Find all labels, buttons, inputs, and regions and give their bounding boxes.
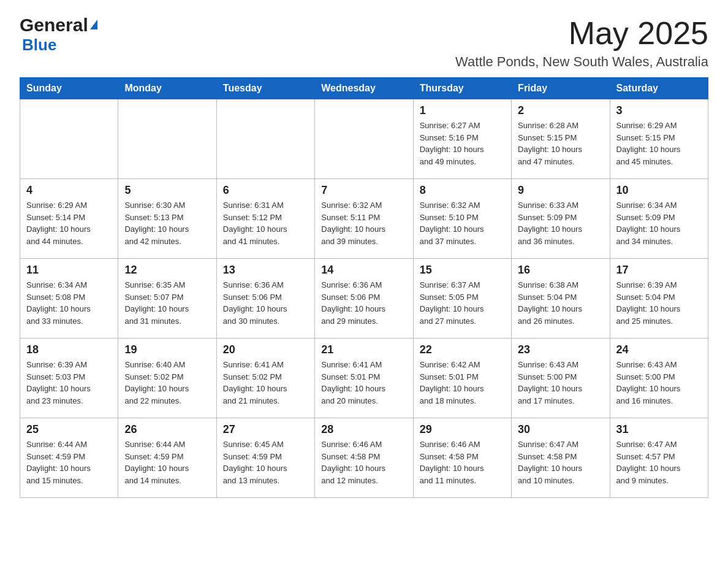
day-number: 9	[518, 184, 603, 197]
day-number: 4	[26, 184, 112, 197]
calendar-table: SundayMondayTuesdayWednesdayThursdayFrid…	[20, 77, 708, 498]
day-number: 27	[223, 423, 308, 436]
calendar-cell: 11Sunrise: 6:34 AM Sunset: 5:08 PM Dayli…	[20, 259, 118, 339]
calendar-week-row: 4Sunrise: 6:29 AM Sunset: 5:14 PM Daylig…	[20, 179, 708, 259]
calendar-cell: 25Sunrise: 6:44 AM Sunset: 4:59 PM Dayli…	[20, 418, 118, 498]
day-number: 26	[124, 423, 210, 436]
calendar-cell: 3Sunrise: 6:29 AM Sunset: 5:15 PM Daylig…	[610, 99, 708, 179]
calendar-week-row: 1Sunrise: 6:27 AM Sunset: 5:16 PM Daylig…	[20, 99, 708, 179]
calendar-cell: 7Sunrise: 6:32 AM Sunset: 5:11 PM Daylig…	[315, 179, 413, 259]
calendar-cell: 9Sunrise: 6:33 AM Sunset: 5:09 PM Daylig…	[512, 179, 610, 259]
day-number: 22	[420, 343, 505, 356]
calendar-header-saturday: Saturday	[610, 78, 708, 99]
day-info: Sunrise: 6:47 AM Sunset: 4:58 PM Dayligh…	[518, 439, 603, 486]
day-info: Sunrise: 6:27 AM Sunset: 5:16 PM Dayligh…	[420, 120, 505, 167]
day-info: Sunrise: 6:36 AM Sunset: 5:06 PM Dayligh…	[321, 279, 406, 327]
calendar-header-wednesday: Wednesday	[315, 78, 413, 99]
logo-general-text: General	[20, 15, 88, 36]
day-info: Sunrise: 6:44 AM Sunset: 4:59 PM Dayligh…	[124, 439, 210, 486]
day-info: Sunrise: 6:39 AM Sunset: 5:04 PM Dayligh…	[616, 279, 702, 327]
day-number: 31	[616, 423, 702, 436]
calendar-cell	[20, 99, 118, 179]
calendar-header-row: SundayMondayTuesdayWednesdayThursdayFrid…	[20, 78, 708, 99]
calendar-cell: 5Sunrise: 6:30 AM Sunset: 5:13 PM Daylig…	[118, 179, 216, 259]
location-subtitle: Wattle Ponds, New South Wales, Australia	[455, 54, 708, 70]
day-number: 6	[223, 184, 308, 197]
day-info: Sunrise: 6:32 AM Sunset: 5:10 PM Dayligh…	[420, 199, 505, 247]
day-info: Sunrise: 6:41 AM Sunset: 5:02 PM Dayligh…	[223, 359, 308, 407]
calendar-week-row: 25Sunrise: 6:44 AM Sunset: 4:59 PM Dayli…	[20, 418, 708, 498]
day-number: 2	[518, 104, 603, 117]
calendar-cell: 28Sunrise: 6:46 AM Sunset: 4:58 PM Dayli…	[315, 418, 413, 498]
calendar-cell: 12Sunrise: 6:35 AM Sunset: 5:07 PM Dayli…	[118, 259, 216, 339]
calendar-cell	[315, 99, 413, 179]
logo-blue-text: Blue	[22, 36, 56, 54]
day-info: Sunrise: 6:31 AM Sunset: 5:12 PM Dayligh…	[223, 199, 308, 247]
calendar-cell: 16Sunrise: 6:38 AM Sunset: 5:04 PM Dayli…	[512, 259, 610, 339]
calendar-header-tuesday: Tuesday	[216, 78, 314, 99]
calendar-cell: 6Sunrise: 6:31 AM Sunset: 5:12 PM Daylig…	[216, 179, 314, 259]
calendar-cell: 17Sunrise: 6:39 AM Sunset: 5:04 PM Dayli…	[610, 259, 708, 339]
day-number: 17	[616, 264, 702, 277]
calendar-cell: 18Sunrise: 6:39 AM Sunset: 5:03 PM Dayli…	[20, 339, 118, 418]
header: General Blue May 2025 Wattle Ponds, New …	[20, 15, 708, 70]
day-number: 16	[518, 264, 603, 277]
calendar-cell: 27Sunrise: 6:45 AM Sunset: 4:59 PM Dayli…	[216, 418, 314, 498]
day-number: 3	[616, 104, 702, 117]
day-number: 28	[321, 423, 406, 436]
logo-triangle-icon	[90, 20, 97, 29]
day-info: Sunrise: 6:34 AM Sunset: 5:09 PM Dayligh…	[616, 199, 702, 247]
day-number: 30	[518, 423, 603, 436]
day-info: Sunrise: 6:43 AM Sunset: 5:00 PM Dayligh…	[518, 359, 603, 407]
day-info: Sunrise: 6:42 AM Sunset: 5:01 PM Dayligh…	[420, 359, 505, 407]
day-info: Sunrise: 6:46 AM Sunset: 4:58 PM Dayligh…	[321, 439, 406, 486]
calendar-header-monday: Monday	[118, 78, 216, 99]
calendar-cell: 31Sunrise: 6:47 AM Sunset: 4:57 PM Dayli…	[610, 418, 708, 498]
day-number: 5	[124, 184, 210, 197]
logo: General Blue	[20, 15, 97, 55]
calendar-cell: 4Sunrise: 6:29 AM Sunset: 5:14 PM Daylig…	[20, 179, 118, 259]
calendar-cell: 19Sunrise: 6:40 AM Sunset: 5:02 PM Dayli…	[118, 339, 216, 418]
day-info: Sunrise: 6:36 AM Sunset: 5:06 PM Dayligh…	[223, 279, 308, 327]
day-number: 19	[124, 343, 210, 356]
day-number: 14	[321, 264, 406, 277]
day-info: Sunrise: 6:33 AM Sunset: 5:09 PM Dayligh…	[518, 199, 603, 247]
calendar-week-row: 18Sunrise: 6:39 AM Sunset: 5:03 PM Dayli…	[20, 339, 708, 418]
day-info: Sunrise: 6:34 AM Sunset: 5:08 PM Dayligh…	[26, 279, 112, 327]
day-info: Sunrise: 6:47 AM Sunset: 4:57 PM Dayligh…	[616, 439, 702, 486]
day-info: Sunrise: 6:29 AM Sunset: 5:14 PM Dayligh…	[26, 199, 112, 247]
day-info: Sunrise: 6:45 AM Sunset: 4:59 PM Dayligh…	[223, 439, 308, 486]
calendar-cell: 1Sunrise: 6:27 AM Sunset: 5:16 PM Daylig…	[413, 99, 511, 179]
day-info: Sunrise: 6:35 AM Sunset: 5:07 PM Dayligh…	[124, 279, 210, 327]
calendar-cell: 15Sunrise: 6:37 AM Sunset: 5:05 PM Dayli…	[413, 259, 511, 339]
calendar-cell: 20Sunrise: 6:41 AM Sunset: 5:02 PM Dayli…	[216, 339, 314, 418]
day-number: 11	[26, 264, 112, 277]
day-info: Sunrise: 6:43 AM Sunset: 5:00 PM Dayligh…	[616, 359, 702, 407]
day-info: Sunrise: 6:28 AM Sunset: 5:15 PM Dayligh…	[518, 120, 603, 167]
logo-general-row: General	[20, 15, 97, 36]
calendar-cell: 21Sunrise: 6:41 AM Sunset: 5:01 PM Dayli…	[315, 339, 413, 418]
day-number: 21	[321, 343, 406, 356]
day-info: Sunrise: 6:37 AM Sunset: 5:05 PM Dayligh…	[420, 279, 505, 327]
calendar-cell: 8Sunrise: 6:32 AM Sunset: 5:10 PM Daylig…	[413, 179, 511, 259]
calendar-cell: 29Sunrise: 6:46 AM Sunset: 4:58 PM Dayli…	[413, 418, 511, 498]
day-number: 12	[124, 264, 210, 277]
day-number: 20	[223, 343, 308, 356]
calendar-cell: 14Sunrise: 6:36 AM Sunset: 5:06 PM Dayli…	[315, 259, 413, 339]
day-info: Sunrise: 6:39 AM Sunset: 5:03 PM Dayligh…	[26, 359, 112, 407]
day-info: Sunrise: 6:30 AM Sunset: 5:13 PM Dayligh…	[124, 199, 210, 247]
calendar-cell: 24Sunrise: 6:43 AM Sunset: 5:00 PM Dayli…	[610, 339, 708, 418]
day-number: 29	[420, 423, 505, 436]
day-number: 18	[26, 343, 112, 356]
calendar-cell: 22Sunrise: 6:42 AM Sunset: 5:01 PM Dayli…	[413, 339, 511, 418]
day-info: Sunrise: 6:44 AM Sunset: 4:59 PM Dayligh…	[26, 439, 112, 486]
calendar-week-row: 11Sunrise: 6:34 AM Sunset: 5:08 PM Dayli…	[20, 259, 708, 339]
calendar-cell: 13Sunrise: 6:36 AM Sunset: 5:06 PM Dayli…	[216, 259, 314, 339]
day-number: 24	[616, 343, 702, 356]
day-info: Sunrise: 6:46 AM Sunset: 4:58 PM Dayligh…	[420, 439, 505, 486]
day-number: 25	[26, 423, 112, 436]
day-info: Sunrise: 6:29 AM Sunset: 5:15 PM Dayligh…	[616, 120, 702, 167]
day-number: 23	[518, 343, 603, 356]
calendar-cell: 30Sunrise: 6:47 AM Sunset: 4:58 PM Dayli…	[512, 418, 610, 498]
day-info: Sunrise: 6:40 AM Sunset: 5:02 PM Dayligh…	[124, 359, 210, 407]
